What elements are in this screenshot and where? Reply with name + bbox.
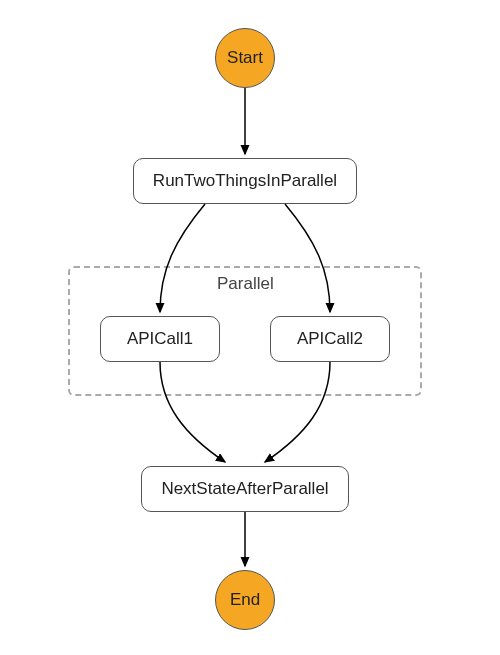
- api-call-2-node: APICall2: [270, 316, 390, 362]
- run-parallel-node: RunTwoThingsInParallel: [133, 158, 357, 204]
- end-node-label: End: [230, 590, 260, 610]
- api-call-1-node: APICall1: [100, 316, 220, 362]
- next-state-node: NextStateAfterParallel: [141, 466, 349, 512]
- run-parallel-label: RunTwoThingsInParallel: [153, 171, 337, 191]
- api-call-1-label: APICall1: [127, 329, 193, 349]
- next-state-label: NextStateAfterParallel: [161, 479, 328, 499]
- end-node: End: [215, 570, 275, 630]
- api-call-2-label: APICall2: [297, 329, 363, 349]
- start-node: Start: [215, 28, 275, 88]
- start-node-label: Start: [227, 48, 263, 68]
- parallel-group-label: Parallel: [217, 274, 274, 294]
